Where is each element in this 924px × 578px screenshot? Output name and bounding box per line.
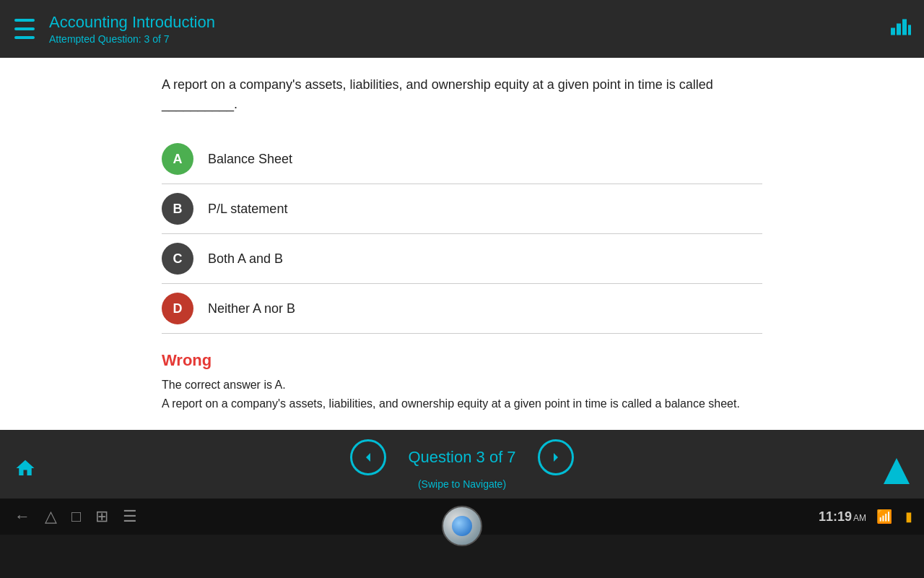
top-bar-titles: Accounting Introduction Attempted Questi… — [49, 13, 215, 45]
result-line1: The correct answer is A. — [162, 379, 286, 391]
bottom-nav: Question 3 of 7 (Swipe to Navigate) — [0, 430, 924, 499]
nav-row: Question 3 of 7 — [350, 439, 573, 475]
option-b[interactable]: B P/L statement — [162, 184, 762, 234]
option-c[interactable]: C Both A and B — [162, 234, 762, 284]
option-c-label: Both A and B — [208, 251, 283, 267]
prev-button[interactable] — [350, 439, 386, 475]
svg-rect-0 — [891, 28, 895, 35]
result-explanation: The correct answer is A. A report on a c… — [162, 376, 762, 413]
next-button[interactable] — [538, 439, 574, 475]
center-logo — [442, 506, 482, 546]
attempted-question: Attempted Question: 3 of 7 — [49, 33, 215, 45]
result-line2: A report on a company's assets, liabilit… — [162, 397, 740, 410]
result-status: Wrong — [162, 351, 762, 370]
system-time: 11:19AM — [819, 509, 866, 525]
chart-icon[interactable] — [889, 15, 912, 43]
time-ampm: AM — [853, 513, 866, 523]
question-counter: Question 3 of 7 — [408, 448, 515, 467]
sys-grid-icon[interactable]: ⊞ — [95, 507, 108, 526]
battery-icon: ▮ — [905, 509, 912, 525]
option-c-circle: C — [162, 243, 193, 275]
top-bar: Accounting Introduction Attempted Questi… — [0, 0, 924, 58]
app-title: Accounting Introduction — [49, 13, 215, 32]
sys-recents-icon[interactable]: □ — [71, 507, 81, 526]
hamburger-menu-icon[interactable] — [12, 16, 38, 42]
scroll-up-button[interactable] — [884, 458, 910, 484]
result-section: Wrong The correct answer is A. A report … — [162, 351, 762, 427]
back-button[interactable]: ← — [14, 507, 30, 526]
svg-rect-1 — [897, 24, 901, 35]
svg-rect-2 — [902, 20, 907, 35]
question-text: A report on a company's assets, liabilit… — [162, 75, 762, 114]
swipe-hint: (Swipe to Navigate) — [418, 478, 506, 490]
home-button[interactable] — [14, 457, 36, 484]
time-value: 11:19 — [819, 509, 852, 524]
option-d-label: Neither A nor B — [208, 301, 295, 316]
main-content: A report on a company's assets, liabilit… — [0, 58, 924, 430]
sys-menu-icon[interactable]: ☰ — [123, 507, 137, 526]
option-a[interactable]: A Balance Sheet — [162, 134, 762, 184]
option-d-circle: D — [162, 293, 193, 324]
sys-home-icon[interactable]: △ — [45, 507, 57, 526]
svg-rect-3 — [908, 25, 911, 35]
option-a-circle: A — [162, 143, 193, 175]
option-a-label: Balance Sheet — [208, 152, 292, 167]
option-b-circle: B — [162, 193, 193, 225]
wifi-icon: 📶 — [876, 509, 892, 525]
option-b-label: P/L statement — [208, 202, 287, 217]
option-d[interactable]: D Neither A nor B — [162, 284, 762, 334]
